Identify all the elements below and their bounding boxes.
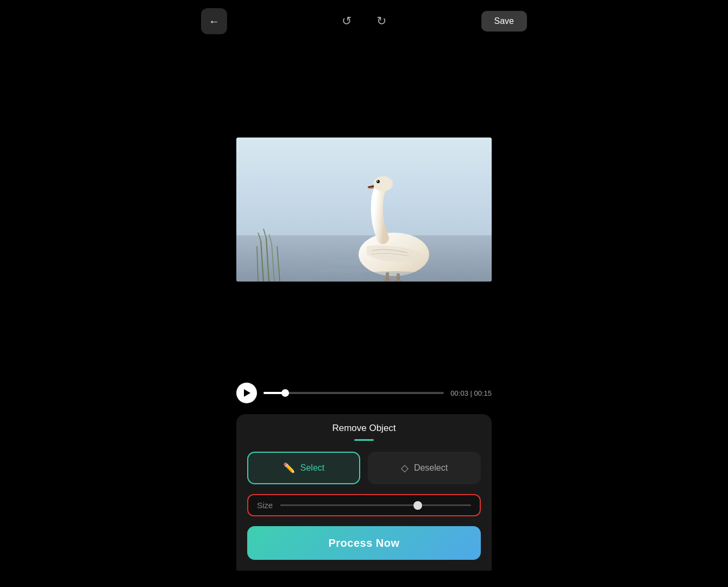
slider-thumb [413,501,422,510]
play-button[interactable] [236,383,257,403]
time-display: 00:03 | 00:15 [450,389,492,397]
size-label: Size [257,501,273,510]
select-button[interactable]: ✏️ Select [247,452,360,484]
timeline: 00:03 | 00:15 [236,376,492,410]
toolbar-left: ← [201,8,227,34]
timeline-track[interactable] [263,392,444,394]
svg-point-16 [364,271,424,278]
brush-icon: ✏️ [283,462,295,474]
undo-icon: ↺ [342,14,352,28]
size-row: Size [247,494,481,516]
select-label: Select [300,463,324,473]
save-button[interactable]: Save [481,11,527,32]
panel-indicator [354,439,374,441]
undo-button[interactable]: ↺ [337,10,356,33]
redo-button[interactable]: ↻ [372,10,391,33]
video-area [0,42,728,376]
timeline-thumb [281,389,289,397]
tool-buttons: ✏️ Select ◇ Deselect [247,452,481,484]
back-icon: ← [209,15,219,28]
eraser-icon: ◇ [401,462,409,474]
svg-point-12 [376,180,380,183]
play-icon [244,389,250,397]
toolbar-right: Save [481,11,527,32]
video-frame [236,138,492,282]
toolbar: ← ↺ ↻ Save [0,0,728,42]
size-slider[interactable] [280,504,471,506]
svg-rect-0 [236,138,492,246]
video-content [236,138,492,282]
toolbar-center: ↺ ↻ [337,10,391,33]
deselect-button[interactable]: ◇ Deselect [368,452,481,484]
slider-fill [280,504,418,506]
back-button[interactable]: ← [201,8,227,34]
panel-title: Remove Object [247,423,481,434]
remove-object-panel: Remove Object ✏️ Select ◇ Deselect Size … [236,414,492,571]
svg-point-13 [377,180,378,182]
process-label: Process Now [328,537,399,549]
svg-point-3 [312,268,378,273]
bottom-panel: 00:03 | 00:15 Remove Object ✏️ Select ◇ … [236,376,492,571]
redo-icon: ↻ [376,14,386,28]
process-now-button[interactable]: Process Now [247,526,481,560]
save-label: Save [494,16,514,26]
svg-line-11 [368,186,374,187]
deselect-label: Deselect [414,463,448,473]
svg-point-10 [373,176,393,191]
